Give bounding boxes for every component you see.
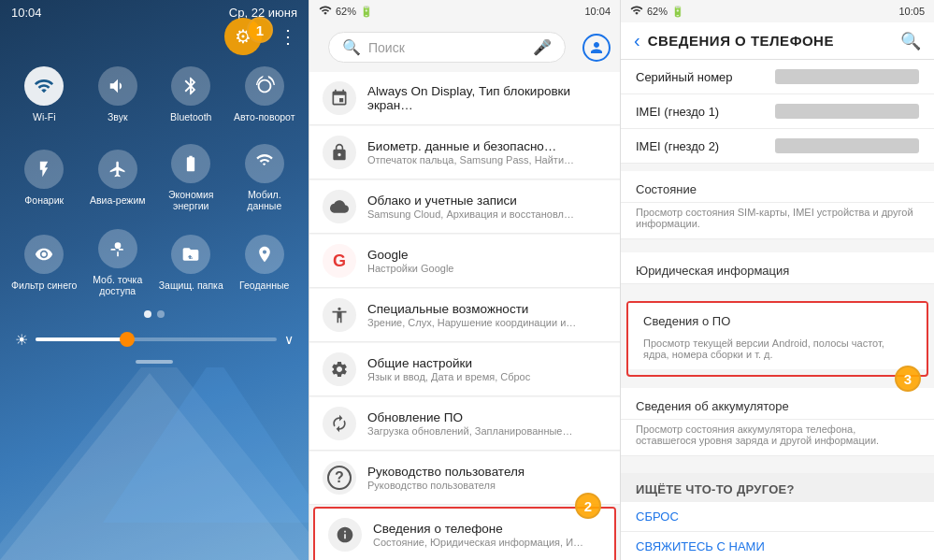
gap-2 [621,245,934,252]
statusbar-3: 62% 🔋 10:05 [621,0,934,22]
qs-tile-airplane[interactable]: Авиа-режим [81,135,155,220]
qs-tile-battery-saver[interactable]: Экономия энергии [154,135,228,220]
blue-filter-label: Фильтр синего [11,280,77,292]
statusbar-2: 62% 🔋 10:04 [309,0,620,22]
settings-item-about-wrapper: Сведения о телефоне Состояние, Юридическ… [313,507,616,560]
google-text: Google Настройки Google [367,248,607,274]
signal-pct-3: 62% [647,6,668,17]
qs-tile-flashlight[interactable]: Фонарик [7,135,81,220]
imei2-row: IMEI (гнездо 2) ████████████ [621,129,934,164]
time-2: 10:04 [584,6,611,17]
legal-section[interactable]: Юридическая информация [621,252,934,284]
location-label: Геоданные [239,280,289,292]
google-icon: G [323,244,356,278]
mobile-data-label: Мобил. данные [232,189,298,212]
settings-item-general[interactable]: Общие настройки Язык и ввод, Дата и врем… [309,343,620,396]
brightness-icon: ☀ [15,331,28,349]
battery-section[interactable]: Сведения об аккумуляторе Просмотр состоя… [621,388,934,456]
software-section[interactable]: Сведения о ПО Просмотр текущей версии An… [628,303,927,369]
qs-tile-autorotate[interactable]: Авто-поворот [228,57,302,131]
settings-item-accessibility[interactable]: Специальные возможности Зрение, Слух, На… [309,289,620,342]
settings-item-cloud[interactable]: Облако и учетные записи Samsung Cloud, А… [309,180,620,234]
cloud-title: Облако и учетные записи [367,194,607,208]
settings-item-update[interactable]: Обновление ПО Загрузка обновлений, Запла… [309,397,620,451]
flashlight-label: Фонарик [24,194,64,207]
sound-icon [98,66,137,106]
qs-tile-hotspot[interactable]: Моб. точка доступа [81,220,155,305]
accessibility-text: Специальные возможности Зрение, Слух, На… [367,302,607,328]
search-bar[interactable]: 🔍 Поиск 🎤 [328,32,566,63]
reset-link[interactable]: СБРОС [621,502,934,532]
about-text: Сведения о телефоне Состояние, Юридическ… [373,522,601,548]
manual-sub: Руководство пользователя [367,480,607,491]
user-icon[interactable] [582,34,611,62]
qs-tiles-row1: Wi-Fi Звук Bluetooth Авто-поворот [0,53,309,135]
p3-sb-left: 62% 🔋 [630,4,684,19]
settings-item-manual[interactable]: ? Руководство пользователя Руководство п… [309,452,620,505]
biometrics-title: Биометр. данные и безопасно… [367,139,607,153]
signal-pct-2: 62% [336,6,356,17]
flashlight-icon [24,150,64,189]
battery-saver-icon [171,144,210,183]
header-search-icon[interactable]: 🔍 [900,31,921,51]
qs-tiles-row2: Фонарик Авиа-режим Экономия энергии Моби… [0,135,309,220]
handle-bar [136,360,173,364]
imei1-row: IMEI (гнездо 1) ████████████ [621,94,934,129]
software-highlighted: Сведения о ПО Просмотр текущей версии An… [626,301,928,377]
step-badge-3: 3 [895,366,921,392]
battery-icon-2: 🔋 [360,6,373,18]
autorotate-label: Авто-поворот [234,111,295,123]
mic-icon[interactable]: 🎤 [533,38,552,56]
software-desc: Просмотр текущей версии Android, полосы … [628,334,927,369]
software-section-wrapper: Сведения о ПО Просмотр текущей версии An… [621,301,934,377]
page-title: СВЕДЕНИЯ О ТЕЛЕФОНЕ [648,33,893,49]
airplane-label: Авиа-режим [90,194,145,207]
airplane-icon [98,150,137,189]
qs-tile-mobile-data[interactable]: Мобил. данные [228,135,302,220]
brightness-control[interactable]: ☀ ∨ [0,323,309,356]
imei2-label: IMEI (гнездо 2) [636,139,719,153]
cloud-sub: Samsung Cloud, Архивация и восстановл… [367,208,607,220]
imei1-label: IMEI (гнездо 1) [636,105,719,119]
qs-tile-secure-folder[interactable]: Защищ. папка [154,220,228,305]
manual-icon: ? [323,461,356,495]
serial-row: Серийный номер ████████████ [621,60,934,94]
settings-item-about[interactable]: Сведения о телефоне Состояние, Юридическ… [315,509,614,560]
footer-title: ИЩЁТЕ ЧТО-ТО ДРУГОЕ? [621,473,934,502]
qs-tile-blue-filter[interactable]: Фильтр синего [7,220,81,305]
step-badge-2: 2 [575,493,601,519]
gap-3 [621,290,934,297]
settings-item-google[interactable]: G Google Настройки Google [309,235,620,288]
settings-item-aod[interactable]: Always On Display, Тип блокировки экран… [309,72,620,125]
battery-header: Сведения об аккумуляторе [621,388,934,420]
contact-link[interactable]: СВЯЖИТЕСЬ С НАМИ [621,532,934,560]
update-icon [323,407,356,440]
imei1-value: ████████████ [775,104,919,119]
quick-settings-panel: 1 10:04 Ср, 22 июня ⚙ ⋮ Wi-Fi Звук Bluet… [0,0,309,560]
qs-tile-bluetooth[interactable]: Bluetooth [154,57,228,131]
search-input[interactable]: Поиск [368,40,525,55]
qs-tile-wifi[interactable]: Wi-Fi [7,57,81,131]
about-title: Сведения о телефоне [373,522,601,536]
hotspot-icon [98,229,137,268]
brightness-bar[interactable] [36,337,277,341]
update-text: Обновление ПО Загрузка обновлений, Запла… [367,410,607,437]
settings-item-biometrics[interactable]: Биометр. данные и безопасно… Отпечаток п… [309,126,620,179]
aod-text: Always On Display, Тип блокировки экран… [367,84,607,112]
aod-title: Always On Display, Тип блокировки экран… [367,84,607,112]
dot-2 [157,310,165,318]
status-header: Состояние [621,171,934,203]
brightness-thumb[interactable] [120,332,135,347]
brightness-expand-icon[interactable]: ∨ [284,332,294,347]
qs-drag-handle[interactable] [0,356,309,367]
wifi-label: Wi-Fi [33,111,56,123]
about-sub: Состояние, Юридическая информация, И… [373,537,601,548]
qs-tile-sound[interactable]: Звук [81,57,155,131]
update-sub: Загрузка обновлений, Запланированные… [367,425,607,437]
status-section[interactable]: Состояние Просмотр состояния SIM-карты, … [621,171,934,239]
back-button[interactable]: ‹ [634,30,640,51]
secure-folder-label: Защищ. папка [159,280,223,292]
overflow-menu-button[interactable]: ⋮ [279,25,297,48]
biometrics-icon [323,136,356,169]
qs-tile-location[interactable]: Геоданные [228,220,302,305]
